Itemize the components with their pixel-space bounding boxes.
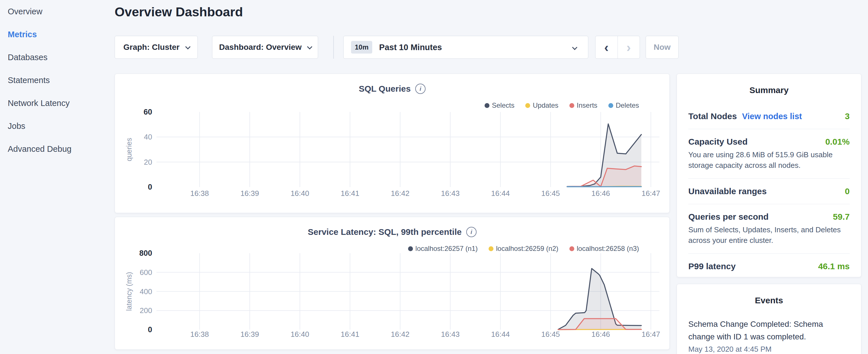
- svg-text:16:38: 16:38: [190, 330, 209, 339]
- svg-text:60: 60: [144, 108, 152, 116]
- svg-text:16:38: 16:38: [190, 189, 209, 198]
- summary-row: Unavailable ranges0: [688, 179, 850, 204]
- chart-title: Service Latency: SQL, 99th percentile: [308, 227, 462, 237]
- svg-text:16:42: 16:42: [391, 189, 409, 198]
- svg-text:16:42: 16:42: [391, 330, 409, 339]
- svg-text:16:45: 16:45: [541, 330, 560, 339]
- svg-text:16:40: 16:40: [290, 189, 309, 198]
- svg-text:0: 0: [148, 325, 152, 334]
- page-title: Overview Dashboard: [115, 5, 243, 20]
- svg-text:16:44: 16:44: [491, 189, 510, 198]
- sidebar-item-network-latency[interactable]: Network Latency: [0, 92, 115, 115]
- prev-time-button[interactable]: ‹: [595, 36, 618, 58]
- svg-text:800: 800: [139, 249, 152, 257]
- event-timestamp: May 13, 2020 at 4:45 PM: [688, 345, 850, 354]
- svg-text:16:44: 16:44: [491, 330, 510, 339]
- sidebar-item-overview[interactable]: Overview: [0, 0, 115, 23]
- info-icon[interactable]: i: [415, 84, 426, 94]
- summary-row-description: Sum of Selects, Updates, Inserts, and De…: [688, 225, 850, 246]
- chevron-down-icon: [185, 44, 190, 49]
- events-title: Events: [688, 296, 850, 305]
- sidebar-item-jobs[interactable]: Jobs: [0, 115, 115, 137]
- toolbar-divider: [333, 36, 334, 59]
- chart-title: SQL Queries: [359, 84, 411, 94]
- event-message: Schema Change Completed: Schema change w…: [688, 318, 850, 343]
- summary-row-label: Unavailable ranges: [688, 187, 767, 196]
- svg-text:latency (ms): latency (ms): [125, 272, 133, 311]
- service-latency-plot[interactable]: 16:3816:3916:4016:4116:4216:4316:4416:45…: [115, 246, 670, 350]
- time-range-picker[interactable]: 10m Past 10 Minutes: [343, 36, 588, 59]
- svg-text:600: 600: [140, 268, 152, 277]
- svg-text:queries: queries: [125, 138, 133, 161]
- events-list: Schema Change Completed: Schema change w…: [688, 318, 850, 354]
- summary-row-value: 46.1 ms: [818, 261, 850, 271]
- svg-text:20: 20: [144, 158, 152, 166]
- svg-text:16:41: 16:41: [341, 330, 359, 339]
- sidebar-item-advanced-debug[interactable]: Advanced Debug: [0, 137, 115, 160]
- summary-row-value: 59.7: [833, 212, 850, 222]
- summary-row-value: 0: [845, 187, 850, 196]
- now-button[interactable]: Now: [646, 36, 679, 59]
- sql-queries-chart-card: SQL Queriesi SelectsUpdatesInsertsDelete…: [115, 74, 670, 213]
- graph-dropdown-label: Graph: Cluster: [123, 43, 179, 52]
- summary-row-description: You are using 28.6 MiB of 515.9 GiB usab…: [688, 150, 850, 171]
- svg-text:16:46: 16:46: [591, 189, 610, 198]
- svg-text:16:40: 16:40: [290, 330, 309, 339]
- summary-row-label: P99 latency: [688, 261, 736, 271]
- summary-row: Total NodesView nodes list3: [688, 104, 850, 129]
- time-range-badge: 10m: [351, 41, 372, 54]
- sidebar-item-databases[interactable]: Databases: [0, 46, 115, 69]
- sql-queries-plot[interactable]: 16:3816:3916:4016:4116:4216:4316:4416:45…: [115, 105, 670, 213]
- svg-text:40: 40: [144, 133, 152, 141]
- dashboard-dropdown-label: Dashboard: Overview: [219, 43, 302, 52]
- sidebar-item-statements[interactable]: Statements: [0, 69, 115, 92]
- svg-text:16:43: 16:43: [441, 330, 460, 339]
- summary-row-value: 3: [845, 111, 850, 121]
- dashboard-dropdown[interactable]: Dashboard: Overview: [212, 36, 318, 59]
- time-pager: ‹ ›: [595, 36, 640, 59]
- summary-row-label: Capacity Used: [688, 137, 748, 147]
- summary-row: Queries per second59.7Sum of Selects, Up…: [688, 204, 850, 254]
- svg-text:16:47: 16:47: [642, 189, 660, 198]
- event-item[interactable]: Schema Change Completed: Schema change w…: [688, 318, 850, 354]
- summary-row: P99 latency46.1 ms: [688, 254, 850, 279]
- summary-title: Summary: [688, 85, 850, 95]
- svg-text:16:39: 16:39: [241, 189, 259, 198]
- next-time-button[interactable]: ›: [618, 36, 640, 58]
- info-icon[interactable]: i: [466, 227, 476, 237]
- svg-text:16:47: 16:47: [642, 330, 660, 339]
- time-range-label: Past 10 Minutes: [379, 43, 442, 52]
- svg-text:16:41: 16:41: [341, 189, 359, 198]
- svg-text:16:39: 16:39: [241, 330, 259, 339]
- summary-row-value: 0.01%: [825, 137, 850, 147]
- summary-panel: Summary Total NodesView nodes list3Capac…: [677, 74, 861, 277]
- service-latency-chart-card: Service Latency: SQL, 99th percentilei l…: [115, 217, 670, 350]
- svg-text:16:46: 16:46: [591, 330, 610, 339]
- summary-row-label: Total Nodes: [688, 111, 737, 121]
- summary-row: Capacity Used0.01%You are using 28.6 MiB…: [688, 129, 850, 179]
- svg-text:0: 0: [148, 183, 152, 191]
- graph-dropdown[interactable]: Graph: Cluster: [115, 36, 198, 59]
- svg-text:200: 200: [140, 306, 152, 315]
- chevron-down-icon: [307, 44, 312, 49]
- sidebar: OverviewMetricsDatabasesStatementsNetwor…: [0, 0, 115, 354]
- summary-rows: Total NodesView nodes list3Capacity Used…: [688, 104, 850, 279]
- sidebar-item-metrics[interactable]: Metrics: [0, 23, 115, 46]
- events-panel: Events Schema Change Completed: Schema c…: [677, 284, 861, 354]
- view-nodes-link[interactable]: View nodes list: [742, 112, 802, 121]
- chevron-down-icon: [572, 45, 577, 50]
- summary-row-label: Queries per second: [688, 212, 769, 222]
- svg-text:16:43: 16:43: [441, 189, 460, 198]
- svg-text:400: 400: [140, 287, 152, 296]
- svg-text:16:45: 16:45: [541, 189, 560, 198]
